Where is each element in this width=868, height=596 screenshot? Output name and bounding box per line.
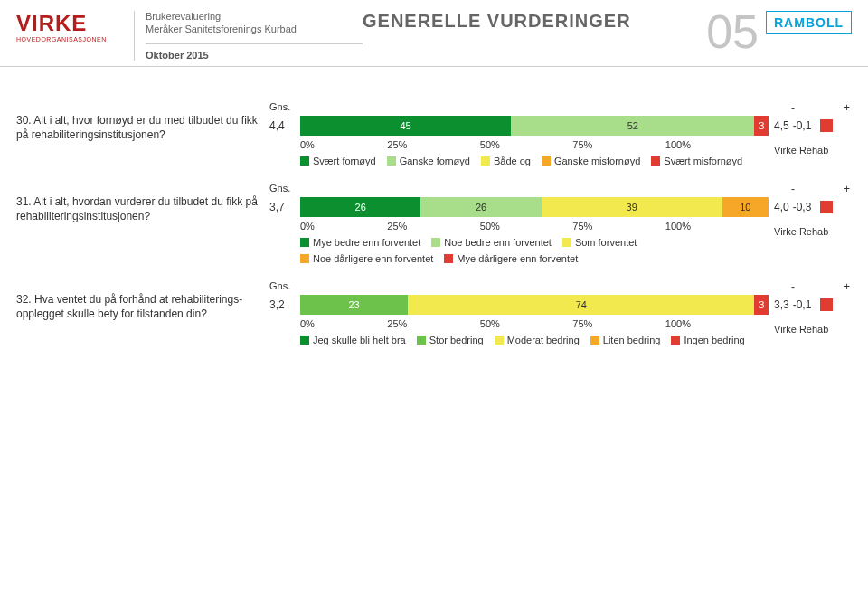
x-axis: 0%25%50%75%100%: [300, 221, 691, 232]
plus-icon: +: [844, 101, 850, 116]
mean-header: Gns.: [269, 101, 290, 112]
diff-value: -0,1: [793, 119, 816, 132]
legend-swatch: [417, 336, 426, 345]
legend-item: Ganske misfornøyd: [542, 156, 640, 166]
legend-swatch: [431, 238, 440, 247]
legend-label: Ganske misfornøyd: [554, 156, 640, 166]
axis-tick: 50%: [480, 318, 500, 329]
legend-item: Stor bedring: [417, 335, 484, 345]
axis-tick: 25%: [387, 318, 407, 329]
legend-item: Som forventet: [562, 237, 637, 248]
x-axis: 0%25%50%75%100%: [300, 139, 691, 150]
virke-logo: VIRKE HOVEDORGANISASJONEN: [16, 11, 134, 43]
legend-label: Svært fornøyd: [313, 156, 376, 166]
axis-tick: 0%: [300, 139, 315, 150]
page-header: VIRKE HOVEDORGANISASJONEN Brukerevalueri…: [0, 0, 868, 67]
legend-item: Jeg skulle bli helt bra: [300, 335, 406, 345]
axis-tick: 100%: [665, 318, 691, 329]
legend-label: Noe dårligere enn forventet: [313, 253, 433, 264]
header-date: Oktober 2015: [146, 43, 363, 61]
compare-block: 4,5-0,1: [774, 119, 852, 132]
axis-tick: 50%: [480, 221, 500, 232]
legend-item: Både og: [481, 156, 531, 166]
legend-swatch: [651, 156, 660, 166]
header-meta: Brukerevaluering Meråker Sanitetsforenin…: [134, 11, 363, 61]
bar-segment: 74: [408, 295, 754, 315]
question-row: 30. Alt i alt, hvor fornøyd er du med ti…: [16, 101, 852, 166]
page-title: GENERELLE VURDERINGER: [363, 11, 699, 32]
stacked-bar: 45523: [300, 116, 769, 136]
stacked-bar: 23743: [300, 295, 769, 315]
mean-header: Gns.: [269, 280, 290, 291]
legend-item: Svært fornøyd: [300, 156, 376, 166]
diff-value: -0,1: [793, 298, 816, 311]
mean-value: 3,7: [269, 201, 295, 213]
legend-item: Moderat bedring: [495, 335, 580, 345]
bar-line: 3,7262639104,0-0,3: [269, 197, 852, 217]
bar-segment: 3: [754, 116, 769, 136]
plus-minus-header: -+: [791, 183, 852, 197]
stacked-bar: 26263910: [300, 197, 769, 217]
question-label: 30. Alt i alt, hvor fornøyd er du med ti…: [16, 101, 269, 142]
legend-swatch: [495, 336, 504, 345]
bar-segment: 10: [722, 197, 769, 217]
bar-segment: 39: [542, 197, 722, 217]
diff-indicator: [820, 119, 833, 132]
minus-icon: -: [791, 101, 795, 116]
header-line1: Brukerevaluering: [146, 11, 363, 22]
legend-swatch: [671, 336, 680, 345]
legend-item: Noe dårligere enn forventet: [300, 253, 433, 264]
question-body: Gns.-+3,2237433,3-0,10%25%50%75%100%Virk…: [269, 280, 852, 345]
legend-swatch: [387, 156, 396, 166]
question-label: 32. Hva ventet du på forhånd at rehabili…: [16, 280, 269, 321]
legend-label: Jeg skulle bli helt bra: [313, 335, 406, 345]
legend: Svært fornøydGanske fornøydBåde ogGanske…: [300, 156, 769, 166]
axis-tick: 25%: [387, 139, 407, 150]
legend-swatch: [444, 254, 453, 263]
question-row: 32. Hva ventet du på forhånd at rehabili…: [16, 280, 852, 345]
page-number: 05: [699, 11, 766, 53]
question-body: Gns.-+3,7262639104,0-0,30%25%50%75%100%V…: [269, 183, 852, 264]
legend-swatch: [300, 238, 309, 247]
question-body: Gns.-+4,4455234,5-0,10%25%50%75%100%Virk…: [269, 101, 852, 166]
legend-swatch: [562, 238, 571, 247]
benchmark-label: Virke Rehab: [774, 324, 852, 335]
axis-tick: 75%: [572, 318, 592, 329]
bar-line: 4,4455234,5-0,1: [269, 116, 852, 136]
mean-value: 4,4: [269, 119, 295, 132]
compare-block: 4,0-0,3: [774, 201, 852, 213]
legend-item: Mye dårligere enn forventet: [444, 253, 578, 264]
legend-label: Svært misfornøyd: [664, 156, 742, 166]
minus-icon: -: [791, 280, 795, 295]
axis-tick: 25%: [387, 221, 407, 232]
minus-icon: -: [791, 183, 795, 197]
axis-tick: 50%: [480, 139, 500, 150]
legend-item: Liten bedring: [590, 335, 661, 345]
legend-label: Mye dårligere enn forventet: [457, 253, 578, 264]
plus-minus-header: -+: [791, 101, 852, 116]
bar-segment: 52: [511, 116, 754, 136]
bar-segment: 26: [420, 197, 541, 217]
legend-label: Liten bedring: [603, 335, 661, 345]
benchmark-mean: 4,5: [774, 119, 789, 132]
legend-label: Mye bedre enn forventet: [313, 237, 420, 248]
benchmark-mean: 3,3: [774, 298, 789, 311]
question-row: 31. Alt i alt, hvordan vurderer du tilbu…: [16, 183, 852, 264]
legend-swatch: [300, 254, 309, 263]
axis-tick: 0%: [300, 318, 315, 329]
legend: Jeg skulle bli helt braStor bedringModer…: [300, 335, 769, 345]
legend-label: Både og: [494, 156, 531, 166]
plus-minus-header: -+: [791, 280, 852, 295]
benchmark-label: Virke Rehab: [774, 145, 852, 156]
axis-tick: 0%: [300, 221, 315, 232]
legend-swatch: [481, 156, 490, 166]
axis-tick: 75%: [572, 139, 592, 150]
legend-swatch: [542, 156, 551, 166]
plus-icon: +: [844, 280, 850, 295]
benchmark-mean: 4,0: [774, 201, 789, 213]
charts-container: 30. Alt i alt, hvor fornøyd er du med ti…: [0, 67, 868, 355]
virke-logo-text: VIRKE: [16, 11, 87, 35]
x-axis: 0%25%50%75%100%: [300, 318, 691, 329]
legend-swatch: [590, 336, 599, 345]
bar-line: 3,2237433,3-0,1: [269, 295, 852, 315]
